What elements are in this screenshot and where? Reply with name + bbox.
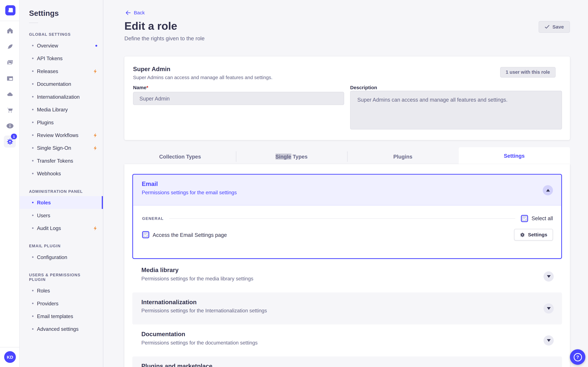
role-info-card: Super Admin Super Admins can access and …	[124, 57, 570, 140]
chevron-down-icon	[547, 275, 550, 278]
section-global-settings: GLOBAL SETTINGS	[29, 32, 97, 37]
settings-tab-panel: Email Permissions settings for the email…	[124, 164, 570, 367]
section-administration-panel: ADMINISTRATION PANEL	[29, 189, 97, 193]
sidebar-item-plugins[interactable]: Plugins	[20, 116, 103, 129]
sidebar-item-email-templates[interactable]: Email templates	[20, 310, 103, 323]
email-accordion-header[interactable]: Email Permissions settings for the email…	[133, 175, 561, 206]
subnav-divider	[29, 23, 38, 23]
sidebar-item-advanced-settings[interactable]: Advanced settings	[20, 323, 103, 335]
bullet-icon	[32, 134, 34, 136]
section-email-plugin: EMAIL PLUGIN	[29, 243, 97, 248]
bullet-icon	[32, 58, 34, 59]
save-button[interactable]: Save	[538, 21, 570, 33]
permissions-tabs: Collection Types Single Types Plugins Se…	[124, 147, 570, 164]
bullet-icon	[32, 109, 34, 110]
sidebar-item-releases[interactable]: Releases	[20, 65, 103, 77]
marketplace-cart-icon[interactable]	[0, 104, 20, 116]
main-content: Back Edit a role Define the rights given…	[103, 0, 588, 367]
sidebar-item-review-workflows[interactable]: Review Workflows	[20, 129, 103, 142]
section-divider-line	[169, 218, 515, 218]
sidebar-item-configuration[interactable]: Configuration	[20, 251, 103, 263]
bullet-icon	[32, 256, 34, 258]
bullet-icon	[32, 70, 34, 72]
chevron-up-icon	[546, 189, 550, 192]
help-button[interactable]: ?	[570, 349, 585, 365]
email-accordion-expanded: Email Permissions settings for the email…	[132, 174, 562, 259]
media-library-accordion[interactable]: Media library Permissions settings for t…	[132, 260, 562, 292]
collapse-button[interactable]	[543, 185, 553, 195]
email-accordion-body: GENERAL Select all Access the Email Sett…	[133, 206, 561, 258]
sidebar-item-users[interactable]: Users	[20, 209, 103, 222]
chevron-down-icon	[547, 339, 550, 342]
accordion-title: Email	[142, 181, 158, 188]
sidebar-item-webhooks[interactable]: Webhooks	[20, 167, 103, 180]
internationalization-accordion[interactable]: Internationalization Permissions setting…	[132, 292, 562, 325]
accordion-title: Internationalization	[141, 299, 197, 306]
strapi-logo-glyph	[6, 6, 15, 15]
app-window: 1 KD Settings GLOBAL SETTINGS Overview A…	[0, 0, 588, 367]
user-avatar[interactable]: KD	[4, 351, 16, 363]
lightning-icon	[93, 133, 97, 137]
rail-divider	[0, 21, 19, 21]
sidebar-item-single-sign-on[interactable]: Single Sign-On	[20, 142, 103, 154]
bullet-icon	[32, 160, 34, 161]
tab-single-types[interactable]: Single Types	[236, 149, 347, 164]
bullet-icon	[32, 316, 34, 317]
sidebar-item-documentation[interactable]: Documentation	[20, 77, 103, 90]
general-section-label: GENERAL	[142, 216, 164, 221]
email-settings-button[interactable]: Settings	[514, 229, 553, 241]
description-label: Description	[350, 85, 377, 90]
required-asterisk: *	[146, 85, 148, 90]
name-input[interactable]	[133, 92, 344, 105]
sidebar-item-roles-up[interactable]: Roles	[20, 284, 103, 297]
role-name-heading: Super Admin	[133, 66, 170, 73]
bullet-icon	[32, 215, 34, 216]
expand-button[interactable]	[544, 271, 554, 282]
bullet-icon	[32, 303, 34, 304]
sidebar-item-overview[interactable]: Overview	[20, 39, 103, 52]
bullet-icon	[32, 147, 34, 149]
bullet-icon	[32, 328, 34, 330]
cloud-icon[interactable]	[0, 88, 20, 100]
page-subtitle: Define the rights given to the role	[124, 35, 205, 42]
tab-settings[interactable]: Settings	[458, 147, 570, 164]
arrow-left-icon	[125, 10, 131, 15]
back-link[interactable]: Back	[125, 10, 145, 16]
content-manager-feather-icon[interactable]	[0, 41, 20, 52]
tab-collection-types[interactable]: Collection Types	[124, 149, 236, 164]
chevron-down-icon	[547, 307, 550, 310]
documentation-accordion[interactable]: Documentation Permissions settings for t…	[132, 325, 562, 356]
strapi-logo-icon[interactable]	[5, 5, 15, 15]
settings-subnav: Settings GLOBAL SETTINGS Overview API To…	[20, 0, 103, 367]
plugins-marketplace-accordion[interactable]: Plugins and marketplace	[132, 356, 562, 367]
access-email-settings-label: Access the Email Settings page	[153, 232, 227, 238]
users-with-role-button[interactable]: 1 user with this role	[500, 67, 555, 78]
selected-text: Single	[275, 154, 291, 160]
bullet-icon	[32, 173, 34, 174]
media-library-images-icon[interactable]	[0, 57, 20, 68]
access-email-settings-checkbox[interactable]	[142, 231, 149, 238]
tab-plugins[interactable]: Plugins	[347, 149, 458, 164]
sidebar-item-audit-logs[interactable]: Audit Logs	[20, 222, 103, 234]
rail-divider-bottom	[0, 347, 19, 347]
sidebar-item-transfer-tokens[interactable]: Transfer Tokens	[20, 154, 103, 167]
expand-button[interactable]	[544, 335, 554, 345]
expand-button[interactable]	[544, 303, 554, 314]
permission-row: Access the Email Settings page	[142, 229, 553, 241]
sidebar-item-providers[interactable]: Providers	[20, 297, 103, 310]
bullet-icon	[32, 122, 34, 123]
sidebar-item-api-tokens[interactable]: API Tokens	[20, 52, 103, 65]
lightning-icon	[93, 145, 97, 150]
name-label: Name*	[133, 85, 148, 90]
information-icon[interactable]	[0, 120, 20, 131]
accordion-title: Media library	[141, 267, 179, 274]
sidebar-item-internationalization[interactable]: Internationalization	[20, 90, 103, 103]
select-all-checkbox[interactable]	[521, 215, 528, 222]
bullet-icon	[32, 202, 34, 203]
sidebar-item-roles-admin[interactable]: Roles	[20, 196, 103, 209]
lightning-icon	[93, 69, 97, 74]
sidebar-item-media-library[interactable]: Media Library	[20, 103, 103, 116]
home-icon[interactable]	[0, 25, 20, 36]
description-textarea[interactable]: Super Admins can access and manage all f…	[350, 91, 562, 130]
content-type-builder-layout-icon[interactable]	[0, 73, 20, 84]
